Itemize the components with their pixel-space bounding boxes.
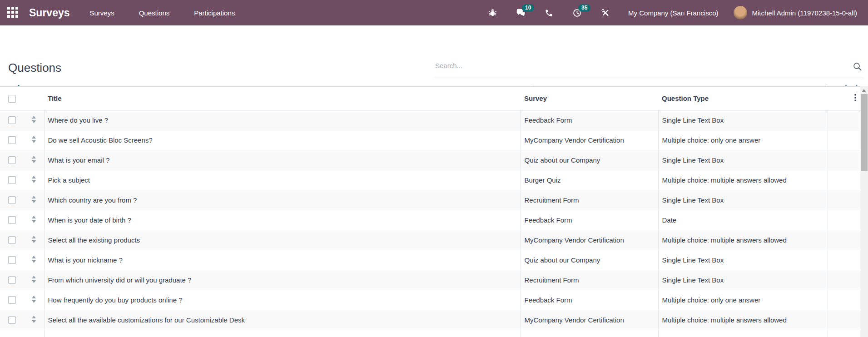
phone-icon [545,9,553,17]
nav-menu: Surveys Questions Participations [89,7,236,19]
question-type[interactable]: Single Line Text Box [658,250,828,270]
search-icon[interactable] [853,62,862,73]
page-title: Questions [8,61,61,75]
question-survey[interactable]: Feedback Form [521,110,658,130]
apps-menu-icon[interactable] [7,7,19,19]
row-checkbox[interactable] [8,196,16,204]
table-header-row: Title Survey Question Type [0,87,860,110]
question-type[interactable]: Single Line Text Box [658,190,828,210]
column-header-title[interactable]: Title [44,87,521,110]
navbar-left: Surveys Surveys Questions Participations [0,7,236,19]
drag-handle-icon[interactable] [31,296,36,303]
scrollbar-thumb[interactable] [861,94,868,171]
table-row[interactable]: Select all the available customizations … [0,310,860,330]
question-survey[interactable]: Recruitment Form [521,270,658,290]
question-survey[interactable]: MyCompany Vendor Certification [521,310,658,330]
question-title[interactable]: Pick a subject [44,170,521,190]
question-survey[interactable]: MyCompany Vendor Certification [521,130,658,150]
nav-item-questions[interactable]: Questions [138,7,171,19]
question-title[interactable]: Do we sell Acoustic Bloc Screens? [44,130,521,150]
avatar[interactable] [734,6,747,20]
question-title[interactable]: Select all the available customizations … [44,310,521,330]
question-survey[interactable]: MyCompany Vendor Certification [521,230,658,250]
question-survey[interactable]: Quiz about our Company [521,250,658,270]
question-title[interactable]: Where do you live ? [44,110,521,130]
table-row[interactable]: From which university did or will you gr… [0,270,860,290]
optional-columns-button[interactable] [828,87,860,110]
question-survey[interactable]: Burger Quiz [521,170,658,190]
table-row[interactable]: Where do you live ? Feedback Form Single… [0,110,860,130]
drag-handle-icon[interactable] [31,156,36,163]
question-type[interactable]: Multiple choice: multiple answers allowe… [658,170,828,190]
question-title[interactable]: From which university did or will you gr… [44,270,521,290]
question-type[interactable]: Multiple choice: multiple answers allowe… [658,310,828,330]
table-row[interactable]: Do we sell Acoustic Bloc Screens? MyComp… [0,130,860,150]
bug-icon [488,9,497,17]
scrollbar-up-icon[interactable] [862,89,866,92]
question-survey[interactable]: Feedback Form [521,210,658,230]
search-bar [434,57,864,78]
question-type[interactable]: Single Line Text Box [658,150,828,170]
question-survey[interactable]: Recruitment Form [521,190,658,210]
table-row[interactable]: Which country are you from ? Recruitment… [0,190,860,210]
row-checkbox[interactable] [8,256,16,264]
question-title[interactable]: How frequently do you buy products onlin… [44,290,521,310]
voip-phone-button[interactable] [545,9,553,17]
tools-icon [601,8,610,17]
question-type[interactable]: Single Line Text Box [658,270,828,290]
nav-item-surveys[interactable]: Surveys [89,7,115,19]
debug-bug-icon[interactable] [488,9,497,17]
drag-handle-icon[interactable] [31,316,36,323]
column-header-survey[interactable]: Survey [521,87,658,110]
drag-handle-icon[interactable] [31,196,36,203]
question-title[interactable]: Which country are you from ? [44,190,521,210]
question-type[interactable]: Date [658,210,828,230]
table-row[interactable]: What is your nickname ? Quiz about our C… [0,250,860,270]
table-row[interactable]: Select all the existing products MyCompa… [0,230,860,250]
drag-handle-icon[interactable] [31,116,36,123]
row-checkbox[interactable] [8,316,16,324]
question-survey[interactable]: Feedback Form [521,290,658,310]
company-switcher[interactable]: My Company (San Francisco) [628,9,718,17]
question-survey[interactable]: Quiz about our Company [521,150,658,170]
question-type[interactable]: Single Line Text Box [658,110,828,130]
drag-handle-icon[interactable] [31,276,36,283]
row-checkbox[interactable] [8,156,16,164]
question-type[interactable]: Multiple choice: multiple answers allowe… [658,230,828,250]
drag-handle-icon[interactable] [31,176,36,183]
row-checkbox[interactable] [8,276,16,284]
table-row[interactable]: Pick a subject Burger Quiz Multiple choi… [0,170,860,190]
row-checkbox[interactable] [8,116,16,124]
app-brand[interactable]: Surveys [29,7,70,19]
row-checkbox[interactable] [8,216,16,224]
activity-count-badge: 35 [578,4,590,12]
drag-handle-icon[interactable] [31,216,36,223]
user-menu[interactable]: Mitchell Admin (11970238-15-0-all) [752,9,857,17]
table-row[interactable]: How frequently do you buy products onlin… [0,290,860,310]
tools-button[interactable] [601,8,610,17]
question-type[interactable]: Multiple choice: only one answer [658,290,828,310]
nav-item-participations[interactable]: Participations [193,7,236,19]
activities-button[interactable]: 35 [572,8,582,18]
question-type[interactable]: Multiple choice: only one answer [658,130,828,150]
table-row[interactable]: What is your email ? Quiz about our Comp… [0,150,860,170]
table-row[interactable]: When is your date of birth ? Feedback Fo… [0,210,860,230]
row-checkbox[interactable] [8,236,16,244]
messages-button[interactable]: 10 [516,8,526,18]
control-panel: Questions Filters [0,25,868,86]
table-row-partial[interactable] [0,330,860,337]
vertical-scrollbar[interactable] [860,86,868,337]
select-all-checkbox[interactable] [8,95,16,103]
column-header-question-type[interactable]: Question Type [658,87,828,110]
drag-handle-icon[interactable] [31,236,36,243]
question-title[interactable]: Select all the existing products [44,230,521,250]
row-checkbox[interactable] [8,176,16,184]
row-checkbox[interactable] [8,136,16,144]
row-checkbox[interactable] [8,296,16,304]
question-title[interactable]: When is your date of birth ? [44,210,521,230]
question-title[interactable]: What is your nickname ? [44,250,521,270]
question-title[interactable]: What is your email ? [44,150,521,170]
drag-handle-icon[interactable] [31,256,36,263]
drag-handle-icon[interactable] [31,136,36,143]
search-input[interactable] [434,57,864,78]
